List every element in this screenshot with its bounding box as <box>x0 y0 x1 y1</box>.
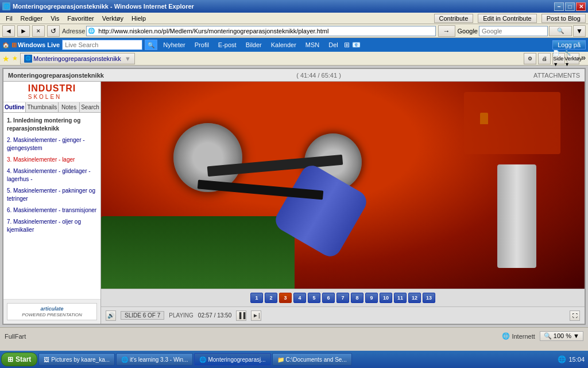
address-bar: ◄ ► ✕ ↺ Adresse 🌐 → Google 🔍 ▼ <box>0 24 588 38</box>
favorites-star-icon: ★ <box>2 54 10 63</box>
industri-logo: INDUSTRI SKOLEN <box>3 82 100 102</box>
taskbar-item-1[interactable]: 🌐 it's learning 3.3 - Win... <box>116 353 193 366</box>
volume-button[interactable]: 🔊 <box>106 310 116 321</box>
tab-notes[interactable]: Notes <box>59 102 80 112</box>
menu-favorites[interactable]: Favoritter <box>64 14 97 23</box>
outline-item-6[interactable]: 6. Maskinelementer - transmisjoner <box>3 205 100 216</box>
slide-btn-11[interactable]: 11 <box>394 293 407 303</box>
back-button[interactable]: ◄ <box>2 25 15 37</box>
outline-item-3[interactable]: 3. Maskinelementer - lager <box>3 154 100 166</box>
outline-item-5[interactable]: 5. Maskinelementer - pakninger og tetrin… <box>3 185 100 205</box>
windows-icon: ⊞ <box>7 355 13 363</box>
player-time: ( 41:44 / 65:41 ) <box>296 72 341 79</box>
slide-btn-6[interactable]: 6 <box>322 293 335 303</box>
video-area: 1 2 3 4 5 6 7 8 9 10 11 12 13 🔊 <box>101 82 585 324</box>
player-topbar: Monteringogreparasjonsteknikk ( 41:44 / … <box>3 69 585 82</box>
slide-btn-12[interactable]: 12 <box>408 293 421 303</box>
page-icon[interactable]: 📄 Side ▼ <box>552 53 565 64</box>
slide-btn-4[interactable]: 4 <box>293 293 306 303</box>
print-icon[interactable]: 🖨 <box>538 53 551 64</box>
slide-btn-3[interactable]: 3 <box>279 293 292 303</box>
engine-silver-hose <box>497 164 536 268</box>
go-button[interactable]: → <box>438 25 455 37</box>
status-bar: FullFart 🌐 Internett 🔍 100 % ▼ <box>0 327 588 344</box>
tab-search[interactable]: Search <box>80 102 100 112</box>
start-button[interactable]: ⊞ Start <box>1 352 37 366</box>
slide-btn-5[interactable]: 5 <box>308 293 320 303</box>
contribute-button[interactable]: Contribute <box>434 14 474 23</box>
live-nav-del[interactable]: Del <box>325 40 342 49</box>
restore-button[interactable]: □ <box>565 2 575 11</box>
engine-green-part <box>101 216 295 289</box>
playing-status: PLAYING <box>169 312 194 319</box>
live-search-input[interactable] <box>62 40 142 50</box>
nav-tabs: Outline Thumbnails Notes Search <box>3 102 100 113</box>
tools-icon[interactable]: ⚙ <box>524 53 536 64</box>
outline-item-2[interactable]: 2. Maskinelementer - gjenger - gjengesys… <box>3 135 100 154</box>
expand-icon[interactable]: » <box>581 53 586 64</box>
slide-indicator: SLIDE 6 OF 7 <box>121 311 164 320</box>
live-nav-profil[interactable]: Profil <box>191 40 212 49</box>
fullscreen-button[interactable]: ⛶ <box>570 310 580 321</box>
address-input[interactable] <box>96 26 434 36</box>
options-button[interactable]: ▼ <box>573 25 586 37</box>
close-button[interactable]: ✕ <box>576 2 586 11</box>
status-right: 🌐 Internett 🔍 100 % ▼ <box>502 331 583 341</box>
taskbar-item-0[interactable]: 🖼 Pictures by kaare_ka... <box>38 353 115 366</box>
outline-item-7[interactable]: 7. Maskinelementer - oljer og kjemikalie… <box>3 216 100 236</box>
taskbar-item-2[interactable]: 🌐 Monteringogreparasj... <box>194 353 270 366</box>
menu-tools[interactable]: Verktøy <box>99 14 127 23</box>
menu-file[interactable]: Fil <box>2 14 16 23</box>
slide-btn-10[interactable]: 10 <box>380 293 392 303</box>
minimize-button[interactable]: – <box>554 2 564 11</box>
slide-btn-9[interactable]: 9 <box>365 293 378 303</box>
stop-button[interactable]: ✕ <box>32 25 45 37</box>
taskbar-item-3[interactable]: 📁 C:\Documents and Se... <box>272 353 352 366</box>
player-title: Monteringogreparasjonsteknikk <box>8 72 104 79</box>
favorites-add-icon[interactable]: ★ <box>12 55 18 62</box>
next-slide-button[interactable]: ►| <box>251 310 261 321</box>
pause-button[interactable]: ▐▐ <box>236 310 246 321</box>
refresh-button[interactable]: ↺ <box>47 25 60 37</box>
menu-help[interactable]: Hielp <box>128 14 149 23</box>
fav-page-icon: 🌐 <box>24 55 32 63</box>
edit-contribute-button[interactable]: Edit in Contribute <box>478 14 536 23</box>
login-button[interactable]: Logg på <box>552 40 586 49</box>
page-content: Monteringogreparasjonsteknikk ( 41:44 / … <box>2 68 586 325</box>
live-nav-kalender[interactable]: Kalender <box>268 40 300 49</box>
slide-btn-1[interactable]: 1 <box>250 293 263 303</box>
tab-thumbnails[interactable]: Thumbnails <box>26 102 59 112</box>
tab-outline[interactable]: Outline <box>3 102 26 112</box>
live-nav-bilder[interactable]: Bilder <box>242 40 265 49</box>
tools-btn[interactable]: 🔧 Verktøy ▼ <box>567 53 579 64</box>
slide-navigation: 1 2 3 4 5 6 7 8 9 10 11 12 13 <box>101 289 585 306</box>
favorites-item[interactable]: 🌐 Monteringogreparasjonsteknikk ▼ <box>20 53 135 64</box>
live-nav-nyheter[interactable]: Nyheter <box>160 40 189 49</box>
menu-view[interactable]: Vis <box>47 14 63 23</box>
search-button[interactable]: 🔍 <box>549 26 572 36</box>
favorites-bar: ★ ★ 🌐 Monteringogreparasjonsteknikk ▼ ⚙ … <box>0 52 588 66</box>
taskbar-icon-1: 🌐 <box>121 356 128 363</box>
live-nav-epost[interactable]: E-post <box>215 40 240 49</box>
post-to-blog-button[interactable]: Post to Blog <box>541 14 586 23</box>
title-bar: 🌐 Monteringogreparasjonsteknikk - Window… <box>0 0 588 13</box>
taskbar-icon-2: 🌐 <box>199 356 206 363</box>
menu-edit[interactable]: Rediger <box>17 14 47 23</box>
live-nav-msn[interactable]: MSN <box>302 40 323 49</box>
forward-button[interactable]: ► <box>17 25 30 37</box>
live-search-button[interactable]: 🔍 <box>145 40 157 50</box>
zoom-control[interactable]: 🔍 100 % ▼ <box>540 331 583 341</box>
slide-btn-13[interactable]: 13 <box>423 293 435 303</box>
system-clock: 15:04 <box>568 356 585 363</box>
slide-btn-8[interactable]: 8 <box>351 293 363 303</box>
slide-btn-7[interactable]: 7 <box>336 293 349 303</box>
time-display: 02:57 / 13:50 <box>198 312 231 319</box>
taskbar-right: 🌐 15:04 <box>558 355 587 363</box>
attachments-button[interactable]: ATTACHMENTS <box>533 72 580 79</box>
window-title: Monteringogreparasjonsteknikk - Windows … <box>13 3 194 10</box>
outline-item-1[interactable]: 1. Innledning montering og reparasjonste… <box>3 115 100 135</box>
slide-btn-2[interactable]: 2 <box>265 293 277 303</box>
taskbar-icon-3: 📁 <box>277 356 284 363</box>
outline-item-4[interactable]: 4. Maskinelementer - glidelager - lagerh… <box>3 166 100 185</box>
search-input[interactable] <box>479 26 548 36</box>
